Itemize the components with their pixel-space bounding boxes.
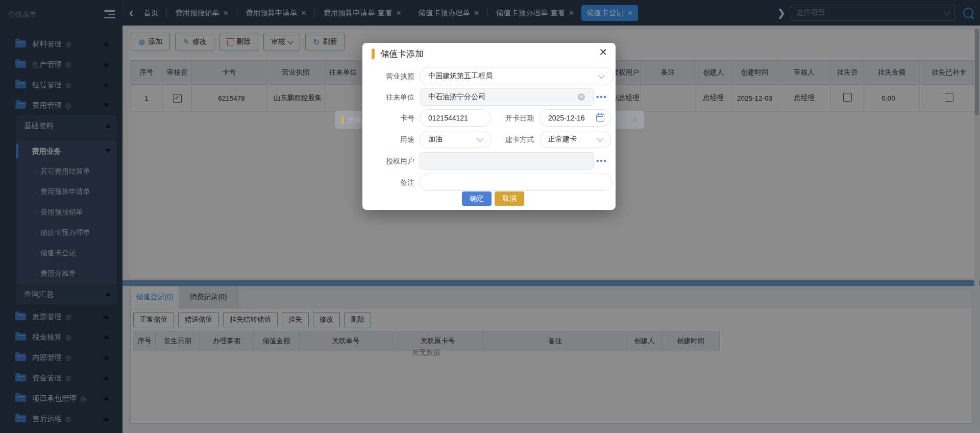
dialog-title: 储值卡添加 <box>380 48 424 60</box>
remark-label: 备注 <box>362 174 414 191</box>
dialog-title-accent <box>341 116 344 124</box>
card-no-value: 0121544121 <box>428 114 468 122</box>
partner-picker-button[interactable]: ••• <box>596 92 607 101</box>
card-no-input[interactable]: 0121544121 <box>420 109 491 127</box>
partner-value: 中石油济宁分公司 <box>428 92 485 102</box>
add-stored-card-dialog: 储值卡添加 ✕ 营业执照 中国建筑第五工程局 往来单位 中石油济宁分公司 ✕ •… <box>362 43 616 210</box>
usage-value: 加油 <box>428 135 443 144</box>
create-mode-select[interactable]: 正常建卡 <box>540 131 611 148</box>
usage-label: 用途 <box>362 131 414 148</box>
remark-input[interactable] <box>420 174 612 191</box>
app-window: 材料管理 ◎ 生产管理 ◎ 租赁管理 ◎ 费用管理 ◎ 基础资料 <box>0 0 980 433</box>
auth-user-field[interactable] <box>420 152 594 170</box>
license-label: 营业执照 <box>362 67 414 85</box>
open-date-input[interactable]: 2025-12-16 <box>540 109 611 127</box>
open-date-label: 开卡日期 <box>482 109 534 127</box>
license-value: 中国建筑第五工程局 <box>428 71 493 81</box>
usage-select[interactable]: 加油 <box>420 131 491 148</box>
auth-user-picker-button[interactable]: ••• <box>596 156 607 165</box>
calendar-icon[interactable] <box>596 114 604 122</box>
dialog-title-accent <box>372 49 375 59</box>
clear-icon[interactable]: ✕ <box>578 93 585 101</box>
auth-user-label: 授权用户 <box>362 152 414 170</box>
cancel-button[interactable]: 取消 <box>495 191 524 206</box>
partner-field[interactable]: 中石油济宁分公司 ✕ <box>420 88 594 106</box>
chevron-down-icon <box>598 72 605 79</box>
chevron-down-icon <box>597 135 603 142</box>
card-no-label: 卡号 <box>362 109 414 127</box>
confirm-button[interactable]: 确定 <box>462 191 492 206</box>
open-date-value: 2025-12-16 <box>548 114 585 122</box>
create-mode-label: 建卡方式 <box>482 131 534 148</box>
partner-label: 往来单位 <box>362 88 414 106</box>
create-mode-value: 正常建卡 <box>548 135 577 144</box>
close-icon[interactable]: ✕ <box>599 47 607 57</box>
close-icon: ✕ <box>631 115 638 125</box>
license-select[interactable]: 中国建筑第五工程局 <box>420 67 614 85</box>
